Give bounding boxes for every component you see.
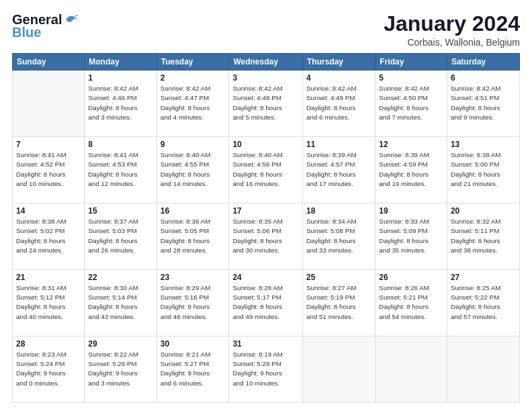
day-number: 24 — [232, 273, 299, 282]
day-number: 28 — [16, 339, 81, 349]
calendar-table: Sunday Monday Tuesday Wednesday Thursday… — [12, 53, 520, 403]
day-number: 1 — [88, 73, 152, 83]
table-row: 11Sunrise: 8:39 AMSunset: 4:57 PMDayligh… — [303, 137, 375, 203]
day-info: Sunrise: 8:35 AMSunset: 5:06 PMDaylight:… — [232, 217, 299, 255]
day-number: 13 — [451, 140, 516, 149]
day-number: 30 — [161, 339, 226, 349]
day-info: Sunrise: 8:34 AMSunset: 5:08 PMDaylight:… — [306, 217, 371, 255]
day-info: Sunrise: 8:38 AMSunset: 5:00 PMDaylight:… — [451, 150, 516, 189]
day-info: Sunrise: 8:23 AMSunset: 5:24 PMDaylight:… — [16, 350, 81, 388]
day-info: Sunrise: 8:36 AMSunset: 5:05 PMDaylight:… — [161, 217, 226, 255]
calendar-header-row: Sunday Monday Tuesday Wednesday Thursday… — [13, 54, 520, 71]
day-number: 8 — [88, 140, 152, 149]
table-row — [303, 336, 375, 403]
day-info: Sunrise: 8:41 AMSunset: 4:53 PMDaylight:… — [88, 150, 152, 189]
table-row: 19Sunrise: 8:33 AMSunset: 5:09 PMDayligh… — [375, 203, 447, 270]
table-row: 10Sunrise: 8:40 AMSunset: 4:56 PMDayligh… — [229, 137, 303, 203]
table-row: 9Sunrise: 8:40 AMSunset: 4:55 PMDaylight… — [157, 137, 229, 203]
day-info: Sunrise: 8:32 AMSunset: 5:11 PMDaylight:… — [451, 217, 516, 255]
table-row: 1Sunrise: 8:42 AMSunset: 4:46 PMDaylight… — [85, 71, 157, 137]
table-row: 23Sunrise: 8:29 AMSunset: 5:16 PMDayligh… — [157, 270, 229, 336]
day-number: 18 — [306, 206, 371, 216]
calendar-week-row: 21Sunrise: 8:31 AMSunset: 5:12 PMDayligh… — [13, 270, 520, 336]
calendar-week-row: 14Sunrise: 8:38 AMSunset: 5:02 PMDayligh… — [13, 203, 520, 270]
col-friday: Friday — [375, 54, 447, 71]
table-row: 4Sunrise: 8:42 AMSunset: 4:49 PMDaylight… — [303, 71, 375, 137]
table-row: 7Sunrise: 8:41 AMSunset: 4:52 PMDaylight… — [13, 137, 85, 203]
day-number: 15 — [88, 206, 152, 216]
day-number: 14 — [16, 206, 81, 216]
day-info: Sunrise: 8:22 AMSunset: 5:26 PMDaylight:… — [88, 350, 152, 388]
day-number: 23 — [161, 273, 226, 282]
col-tuesday: Tuesday — [157, 54, 229, 71]
day-number: 27 — [451, 273, 516, 282]
day-info: Sunrise: 8:42 AMSunset: 4:49 PMDaylight:… — [306, 84, 371, 122]
col-wednesday: Wednesday — [229, 54, 303, 71]
location: Corbais, Wallonia, Belgium — [384, 37, 520, 48]
table-row: 3Sunrise: 8:42 AMSunset: 4:48 PMDaylight… — [229, 71, 303, 137]
day-info: Sunrise: 8:29 AMSunset: 5:16 PMDaylight:… — [161, 283, 226, 322]
page: General Blue January 2024 Corbais, Wallo… — [0, 0, 532, 411]
month-title: January 2024 — [384, 12, 520, 36]
day-info: Sunrise: 8:40 AMSunset: 4:56 PMDaylight:… — [232, 150, 299, 189]
day-number: 12 — [379, 140, 443, 149]
table-row: 16Sunrise: 8:36 AMSunset: 5:05 PMDayligh… — [157, 203, 229, 270]
day-number: 6 — [451, 73, 516, 83]
day-info: Sunrise: 8:42 AMSunset: 4:48 PMDaylight:… — [232, 84, 299, 122]
table-row: 26Sunrise: 8:26 AMSunset: 5:21 PMDayligh… — [375, 270, 447, 336]
title-section: January 2024 Corbais, Wallonia, Belgium — [384, 12, 520, 48]
day-info: Sunrise: 8:27 AMSunset: 5:19 PMDaylight:… — [306, 283, 371, 322]
day-info: Sunrise: 8:39 AMSunset: 4:59 PMDaylight:… — [379, 150, 443, 189]
table-row: 18Sunrise: 8:34 AMSunset: 5:08 PMDayligh… — [303, 203, 375, 270]
col-saturday: Saturday — [447, 54, 519, 71]
day-number: 29 — [88, 339, 152, 349]
day-number: 9 — [161, 140, 226, 149]
calendar-week-row: 1Sunrise: 8:42 AMSunset: 4:46 PMDaylight… — [13, 71, 520, 137]
table-row — [375, 336, 447, 403]
table-row: 8Sunrise: 8:41 AMSunset: 4:53 PMDaylight… — [85, 137, 157, 203]
day-info: Sunrise: 8:33 AMSunset: 5:09 PMDaylight:… — [379, 217, 443, 255]
table-row: 15Sunrise: 8:37 AMSunset: 5:03 PMDayligh… — [85, 203, 157, 270]
day-info: Sunrise: 8:40 AMSunset: 4:55 PMDaylight:… — [161, 150, 226, 189]
table-row: 29Sunrise: 8:22 AMSunset: 5:26 PMDayligh… — [85, 336, 157, 403]
day-info: Sunrise: 8:42 AMSunset: 4:50 PMDaylight:… — [379, 84, 443, 122]
day-number: 2 — [161, 73, 226, 83]
day-info: Sunrise: 8:42 AMSunset: 4:51 PMDaylight:… — [451, 84, 516, 122]
table-row: 14Sunrise: 8:38 AMSunset: 5:02 PMDayligh… — [13, 203, 85, 270]
day-info: Sunrise: 8:42 AMSunset: 4:47 PMDaylight:… — [161, 84, 226, 122]
day-number: 3 — [232, 73, 299, 83]
table-row: 24Sunrise: 8:28 AMSunset: 5:17 PMDayligh… — [229, 270, 303, 336]
col-sunday: Sunday — [13, 54, 85, 71]
table-row: 21Sunrise: 8:31 AMSunset: 5:12 PMDayligh… — [13, 270, 85, 336]
day-number: 5 — [379, 73, 443, 83]
table-row: 2Sunrise: 8:42 AMSunset: 4:47 PMDaylight… — [157, 71, 229, 137]
day-number: 17 — [232, 206, 299, 216]
day-number: 22 — [88, 273, 152, 282]
logo-bird-icon — [64, 13, 79, 28]
table-row: 12Sunrise: 8:39 AMSunset: 4:59 PMDayligh… — [375, 137, 447, 203]
day-number: 31 — [232, 339, 299, 349]
day-number: 10 — [232, 140, 299, 149]
day-info: Sunrise: 8:31 AMSunset: 5:12 PMDaylight:… — [16, 283, 81, 322]
day-number: 7 — [16, 140, 81, 149]
day-number: 11 — [306, 140, 371, 149]
day-info: Sunrise: 8:39 AMSunset: 4:57 PMDaylight:… — [306, 150, 371, 189]
table-row: 22Sunrise: 8:30 AMSunset: 5:14 PMDayligh… — [85, 270, 157, 336]
table-row: 30Sunrise: 8:21 AMSunset: 5:27 PMDayligh… — [157, 336, 229, 403]
logo-blue-label: Blue — [12, 25, 41, 40]
table-row: 13Sunrise: 8:38 AMSunset: 5:00 PMDayligh… — [447, 137, 519, 203]
table-row: 31Sunrise: 8:19 AMSunset: 5:29 PMDayligh… — [229, 336, 303, 403]
day-info: Sunrise: 8:21 AMSunset: 5:27 PMDaylight:… — [161, 350, 226, 388]
table-row: 27Sunrise: 8:25 AMSunset: 5:22 PMDayligh… — [447, 270, 519, 336]
calendar-week-row: 7Sunrise: 8:41 AMSunset: 4:52 PMDaylight… — [13, 137, 520, 203]
table-row: 25Sunrise: 8:27 AMSunset: 5:19 PMDayligh… — [303, 270, 375, 336]
day-number: 19 — [379, 206, 443, 216]
day-info: Sunrise: 8:37 AMSunset: 5:03 PMDaylight:… — [88, 217, 152, 255]
day-number: 20 — [451, 206, 516, 216]
day-info: Sunrise: 8:42 AMSunset: 4:46 PMDaylight:… — [88, 84, 152, 122]
day-number: 16 — [161, 206, 226, 216]
day-number: 4 — [306, 73, 371, 83]
table-row: 17Sunrise: 8:35 AMSunset: 5:06 PMDayligh… — [229, 203, 303, 270]
day-info: Sunrise: 8:28 AMSunset: 5:17 PMDaylight:… — [232, 283, 299, 322]
day-info: Sunrise: 8:25 AMSunset: 5:22 PMDaylight:… — [451, 283, 516, 322]
